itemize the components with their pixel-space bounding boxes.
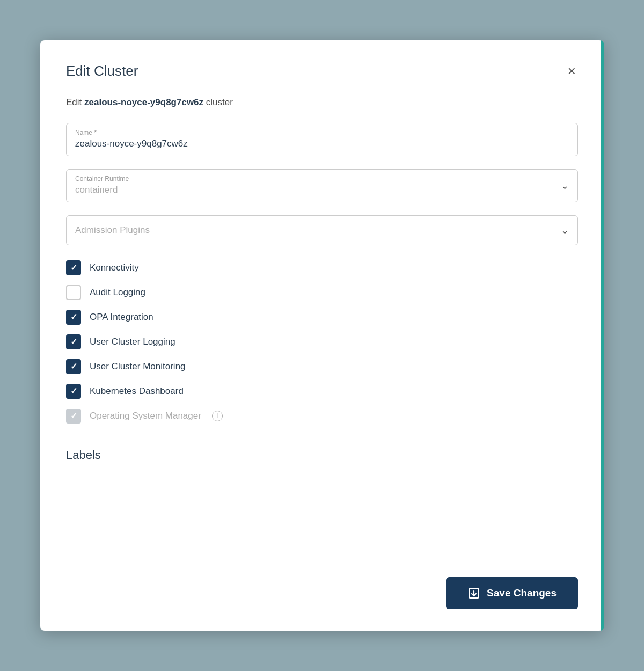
save-changes-button[interactable]: Save Changes bbox=[446, 577, 578, 609]
checkmark-icon: ✓ bbox=[70, 362, 77, 371]
checkbox-label-konnectivity: Konnectivity bbox=[90, 262, 139, 273]
subtitle: Edit zealous-noyce-y9q8g7cw6z cluster bbox=[66, 97, 578, 108]
checkbox-user-cluster-logging[interactable]: ✓ bbox=[66, 334, 81, 349]
modal-footer: Save Changes bbox=[66, 560, 578, 609]
checkbox-label-user-cluster-logging: User Cluster Logging bbox=[90, 337, 175, 347]
save-label: Save Changes bbox=[487, 587, 557, 599]
labels-heading: Labels bbox=[66, 448, 578, 462]
container-runtime-label: Container Runtime bbox=[75, 175, 569, 183]
checkbox-opa-integration[interactable]: ✓ bbox=[66, 310, 81, 325]
osm-info-icon[interactable]: i bbox=[212, 411, 223, 421]
close-button[interactable]: × bbox=[566, 62, 578, 80]
checkbox-konnectivity[interactable]: ✓ bbox=[66, 260, 81, 275]
checkbox-kubernetes-dashboard[interactable]: ✓ bbox=[66, 384, 81, 399]
container-runtime-select[interactable]: Container Runtime containerd ⌄ bbox=[66, 169, 578, 202]
container-runtime-value: containerd bbox=[75, 185, 569, 195]
container-runtime-group: Container Runtime containerd ⌄ bbox=[66, 169, 578, 202]
name-label: Name * bbox=[75, 129, 569, 136]
checkbox-item-osm: ✓ Operating System Manager i bbox=[66, 409, 578, 424]
checkmark-icon: ✓ bbox=[70, 313, 77, 322]
container-runtime-chevron-icon: ⌄ bbox=[561, 180, 569, 192]
checkbox-item-konnectivity: ✓ Konnectivity bbox=[66, 260, 578, 275]
checkbox-label-osm: Operating System Manager bbox=[90, 411, 201, 421]
checkboxes-section: ✓ Konnectivity Audit Logging ✓ OPA Integ… bbox=[66, 260, 578, 433]
modal-title: Edit Cluster bbox=[66, 63, 138, 79]
checkmark-icon: ✓ bbox=[70, 338, 77, 346]
labels-section: Labels bbox=[66, 448, 578, 466]
checkbox-item-audit-logging: Audit Logging bbox=[66, 285, 578, 300]
checkbox-item-user-cluster-logging: ✓ User Cluster Logging bbox=[66, 334, 578, 349]
cluster-name-bold: zealous-noyce-y9q8g7cw6z bbox=[84, 97, 203, 107]
checkmark-icon: ✓ bbox=[70, 264, 77, 272]
checkbox-label-user-cluster-monitoring: User Cluster Monitoring bbox=[90, 361, 186, 372]
checkmark-icon: ✓ bbox=[70, 387, 77, 396]
admission-plugins-label: Admission Plugins bbox=[75, 225, 150, 236]
subtitle-suffix: cluster bbox=[203, 97, 233, 107]
admission-plugins-select[interactable]: Admission Plugins ⌄ bbox=[66, 215, 578, 245]
save-svg-icon bbox=[467, 587, 480, 600]
teal-accent-bar bbox=[601, 40, 604, 631]
checkbox-item-kubernetes-dashboard: ✓ Kubernetes Dashboard bbox=[66, 384, 578, 399]
save-icon bbox=[467, 587, 480, 600]
checkbox-user-cluster-monitoring[interactable]: ✓ bbox=[66, 359, 81, 374]
close-icon: × bbox=[568, 64, 576, 78]
checkbox-item-user-cluster-monitoring: ✓ User Cluster Monitoring bbox=[66, 359, 578, 374]
checkbox-osm: ✓ bbox=[66, 409, 81, 424]
name-field-group: Name * bbox=[66, 123, 578, 156]
checkbox-label-opa-integration: OPA Integration bbox=[90, 312, 153, 323]
info-letter: i bbox=[217, 412, 218, 420]
checkbox-label-kubernetes-dashboard: Kubernetes Dashboard bbox=[90, 386, 184, 397]
checkbox-label-audit-logging: Audit Logging bbox=[90, 287, 145, 298]
admission-plugins-chevron-icon: ⌄ bbox=[561, 224, 569, 236]
checkmark-icon: ✓ bbox=[70, 412, 77, 420]
name-field-wrapper: Name * bbox=[66, 123, 578, 156]
modal-header: Edit Cluster × bbox=[66, 62, 578, 80]
checkbox-audit-logging[interactable] bbox=[66, 285, 81, 300]
name-input[interactable] bbox=[75, 138, 569, 149]
checkbox-item-opa-integration: ✓ OPA Integration bbox=[66, 310, 578, 325]
modal-dialog: Edit Cluster × Edit zealous-noyce-y9q8g7… bbox=[40, 40, 604, 631]
overlay: Edit Cluster × Edit zealous-noyce-y9q8g7… bbox=[0, 0, 644, 671]
subtitle-prefix: Edit bbox=[66, 97, 84, 107]
